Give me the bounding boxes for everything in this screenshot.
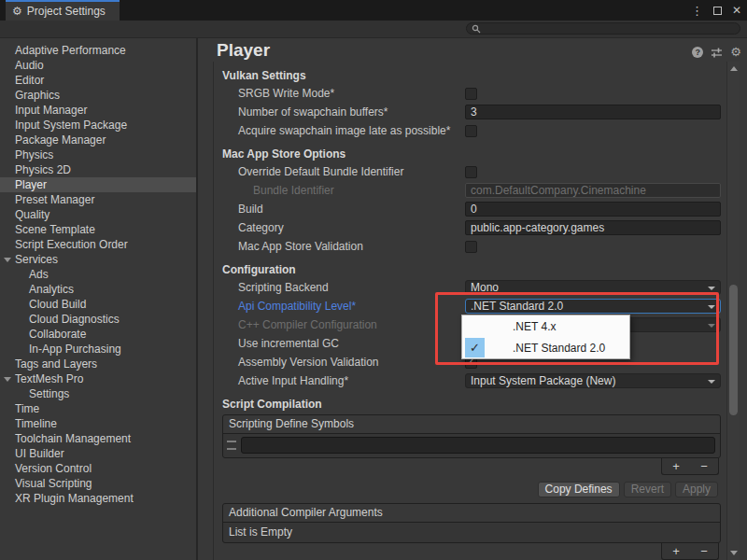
field-label: Api Compatibility Level*: [214, 300, 465, 313]
settings-row-override-default-bundle-identifier: Override Default Bundle Identifier: [214, 162, 724, 181]
sidebar-item-adaptive-performance[interactable]: Adaptive Performance: [0, 43, 196, 58]
srgb-write-mode-checkbox[interactable]: [465, 88, 477, 100]
sidebar-item-package-manager[interactable]: Package Manager: [0, 133, 196, 147]
sidebar-item-xr-plugin-management[interactable]: XR Plugin Management: [0, 491, 196, 506]
sidebar-item-visual-scripting[interactable]: Visual Scripting: [0, 476, 196, 491]
sidebar-item-collaborate[interactable]: Collaborate: [0, 327, 196, 342]
number-of-swapchain-buffers-field[interactable]: 3: [465, 105, 721, 119]
sidebar-item-timeline[interactable]: Timeline: [0, 416, 196, 431]
sidebar-item-label: Input Manager: [15, 104, 87, 117]
sidebar-item-label: Quality: [15, 208, 49, 221]
sidebar-item-ui-builder[interactable]: UI Builder: [0, 446, 196, 461]
sidebar-item-cloud-diagnostics[interactable]: Cloud Diagnostics: [0, 312, 196, 327]
sidebar-item-label: Ads: [29, 268, 49, 281]
sidebar-item-physics-2d[interactable]: Physics 2D: [0, 162, 196, 177]
sidebar-item-script-execution-order[interactable]: Script Execution Order: [0, 237, 196, 252]
sidebar-item-in-app-purchasing[interactable]: In-App Purchasing: [0, 342, 196, 357]
sidebar-item-ads[interactable]: Ads: [0, 267, 196, 282]
sidebar-item-quality[interactable]: Quality: [0, 207, 196, 222]
api-compatibility-dropdown-menu: .NET 4.x✓.NET Standard 2.0: [461, 315, 630, 359]
tab-title: Project Settings: [27, 5, 106, 18]
sidebar-item-input-system-package[interactable]: Input System Package: [0, 118, 196, 133]
foldout-icon[interactable]: [4, 377, 11, 382]
remove-argument-button[interactable]: −: [700, 545, 708, 557]
sidebar-item-scene-template[interactable]: Scene Template: [0, 222, 196, 237]
dropdown-option-net-standard-2-0[interactable]: ✓.NET Standard 2.0: [462, 337, 629, 358]
additional-compiler-arguments-header: Additional Compiler Arguments: [223, 504, 720, 523]
menu-dots-icon[interactable]: ⋮: [691, 5, 703, 17]
scripting-backend-dropdown[interactable]: Mono: [465, 280, 721, 295]
active-input-handling-dropdown[interactable]: Input System Package (New): [465, 373, 721, 388]
preset-icon[interactable]: [711, 47, 723, 58]
sidebar-item-audio[interactable]: Audio: [0, 58, 196, 73]
sidebar-item-label: Scene Template: [15, 223, 95, 236]
foldout-icon[interactable]: [4, 258, 11, 262]
sidebar-item-label: Audio: [15, 59, 44, 72]
maximize-icon[interactable]: [713, 7, 722, 15]
scripting-define-symbols-header: Scripting Define Symbols: [223, 415, 720, 434]
sidebar-item-tags-and-layers[interactable]: Tags and Layers: [0, 357, 196, 371]
header-icons: ? ⚙: [692, 46, 741, 58]
settings-row-api-compatibility-level: Api Compatibility Level*.NET Standard 2.…: [214, 297, 724, 315]
add-argument-button[interactable]: +: [672, 545, 680, 557]
copy-defines-button[interactable]: Copy Defines: [538, 482, 620, 497]
sidebar-item-physics[interactable]: Physics: [0, 147, 196, 162]
settings-row-mac-app-store-validation: Mac App Store Validation: [214, 237, 724, 256]
sidebar-item-version-control[interactable]: Version Control: [0, 461, 196, 476]
settings-row-bundle-identifier: Bundle Identifiercom.DefaultCompany.Cine…: [214, 181, 724, 200]
sidebar-item-label: UI Builder: [15, 447, 64, 460]
sidebar-item-label: Settings: [29, 387, 69, 400]
help-icon[interactable]: ?: [692, 47, 703, 58]
settings-row-acquire-swapchain-image-late-as-possible: Acquire swapchain image late as possible…: [214, 121, 724, 140]
sidebar-item-label: Cloud Diagnostics: [29, 313, 120, 326]
check-icon: ✓: [465, 338, 485, 357]
section-header-script-compilation: Script Compilation: [214, 396, 724, 413]
field-label: Number of swapchain buffers*: [214, 105, 465, 119]
settings-gear-icon[interactable]: ⚙: [730, 46, 741, 58]
toolbar: [0, 21, 747, 38]
sidebar-item-label: Adaptive Performance: [15, 44, 126, 57]
scroll-down-icon[interactable]: [730, 551, 738, 555]
search-input[interactable]: [485, 23, 740, 34]
field-label: Build: [214, 203, 465, 216]
sidebar-item-analytics[interactable]: Analytics: [0, 282, 196, 297]
vertical-scrollbar[interactable]: [726, 62, 740, 560]
override-default-bundle-identifier-checkbox[interactable]: [465, 166, 477, 178]
sidebar-item-player[interactable]: Player: [0, 177, 196, 192]
dropdown-option-label: .NET 4.x: [513, 320, 556, 333]
sidebar-item-label: Analytics: [29, 283, 74, 296]
additional-compiler-arguments-box: Additional Compiler Arguments List is Em…: [222, 503, 721, 543]
scrollbar-thumb[interactable]: [729, 285, 738, 415]
sidebar-item-editor[interactable]: Editor: [0, 73, 196, 88]
drag-handle-icon[interactable]: [227, 441, 236, 450]
sidebar-item-label: Physics: [15, 148, 53, 161]
sidebar-item-time[interactable]: Time: [0, 401, 196, 416]
sidebar-item-cloud-build[interactable]: Cloud Build: [0, 297, 196, 312]
sidebar-item-graphics[interactable]: Graphics: [0, 88, 196, 103]
add-define-button[interactable]: +: [672, 460, 680, 472]
mac-app-store-validation-checkbox[interactable]: [465, 241, 477, 253]
search-box[interactable]: [466, 22, 740, 35]
field-label: Mac App Store Validation: [214, 240, 465, 253]
build-field[interactable]: 0: [465, 202, 721, 217]
sidebar-item-toolchain-management[interactable]: Toolchain Management: [0, 431, 196, 446]
sidebar-item-settings[interactable]: Settings: [0, 386, 196, 401]
acquire-swapchain-image-late-as-possible-checkbox[interactable]: [465, 125, 477, 137]
list-empty-text: List is Empty: [223, 523, 720, 542]
close-icon[interactable]: ✕: [732, 5, 741, 16]
api-compatibility-level-dropdown[interactable]: .NET Standard 2.0: [465, 299, 721, 314]
field-label: Category: [214, 221, 465, 234]
remove-define-button[interactable]: −: [700, 460, 708, 472]
sidebar-item-preset-manager[interactable]: Preset Manager: [0, 192, 196, 207]
sidebar-item-textmesh-pro[interactable]: TextMesh Pro: [0, 371, 196, 386]
tab-project-settings[interactable]: ⚙ Project Settings: [6, 0, 120, 21]
field-label: SRGB Write Mode*: [214, 87, 465, 100]
dropdown-option-net-4-x[interactable]: .NET 4.x: [462, 315, 629, 337]
scroll-up-icon[interactable]: [730, 66, 738, 71]
window-controls: ⋮ ✕: [691, 0, 741, 21]
category-field[interactable]: public.app-category.games: [465, 220, 721, 235]
sidebar: Adaptive PerformanceAudioEditorGraphicsI…: [0, 38, 198, 560]
define-symbol-input[interactable]: [241, 437, 715, 454]
sidebar-item-input-manager[interactable]: Input Manager: [0, 103, 196, 118]
sidebar-item-services[interactable]: Services: [0, 252, 196, 267]
